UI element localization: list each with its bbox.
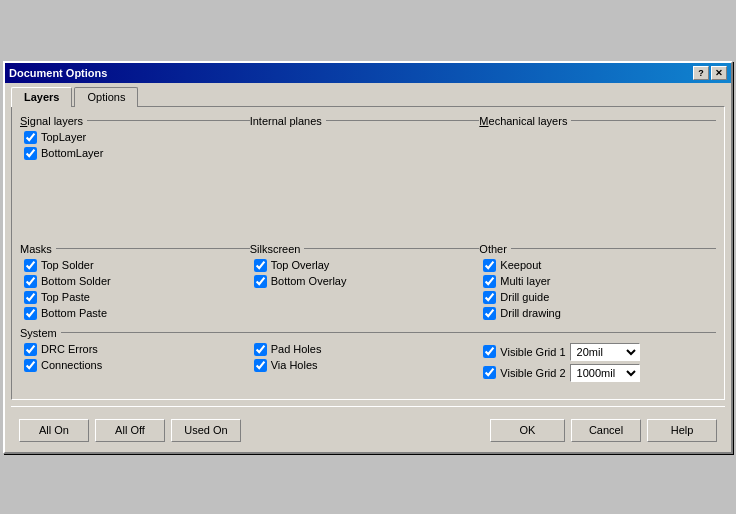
bottomlayer-checkbox[interactable] [24,147,37,160]
close-button[interactable]: ✕ [711,66,727,80]
visible-grid1-checkbox[interactable] [483,345,496,358]
keepout-label: Keepout [500,259,541,271]
top-solder-item: Top Solder [24,259,250,272]
system-col1: DRC Errors Connections [20,343,250,385]
internal-planes-section: Internal planes [250,115,480,235]
mechanical-layers-title: Mechanical layers [479,115,716,127]
title-bar-buttons: ? ✕ [693,66,727,80]
bottom-solder-label: Bottom Solder [41,275,111,287]
visible-grid1-label: Visible Grid 1 [500,346,565,358]
connections-checkbox[interactable] [24,359,37,372]
bottom-paste-checkbox[interactable] [24,307,37,320]
masks-title: Masks [20,243,250,255]
help-button[interactable]: ? [693,66,709,80]
system-section: System DRC Errors Connections [20,327,716,385]
keepout-checkbox[interactable] [483,259,496,272]
middle-sections-row: Masks Top Solder Bottom Solder Top Paste [20,243,716,323]
system-col3: Visible Grid 1 20mil 10mil 5mil 1mil [479,343,716,385]
visible-grid1-dropdown[interactable]: 20mil 10mil 5mil 1mil [570,343,640,361]
drillguide-label: Drill guide [500,291,549,303]
via-holes-checkbox[interactable] [254,359,267,372]
toplayer-item: TopLayer [24,131,250,144]
connections-item: Connections [24,359,250,372]
bottom-solder-checkbox[interactable] [24,275,37,288]
toplayer-label: TopLayer [41,131,86,143]
silkscreen-section: Silkscreen Top Overlay Bottom Overlay [250,243,480,323]
bottom-overlay-label: Bottom Overlay [271,275,347,287]
bottom-separator [11,406,725,407]
visible-grid2-dropdown[interactable]: 1000mil 500mil 100mil 50mil [570,364,640,382]
system-items: DRC Errors Connections Pad Holes [20,343,716,385]
ok-button[interactable]: OK [490,419,565,442]
top-overlay-label: Top Overlay [271,259,330,271]
tab-layers[interactable]: Layers [11,87,72,107]
all-off-button[interactable]: All Off [95,419,165,442]
main-content: Layers Options Signal layers TopLayer [5,83,731,452]
drilldrawing-checkbox[interactable] [483,307,496,320]
help-dialog-button[interactable]: Help [647,419,717,442]
pad-holes-checkbox[interactable] [254,343,267,356]
keepout-item: Keepout [483,259,716,272]
drc-errors-checkbox[interactable] [24,343,37,356]
pad-holes-item: Pad Holes [254,343,480,356]
visible-grid1-item: Visible Grid 1 20mil 10mil 5mil 1mil [483,343,716,361]
bottom-buttons: All On All Off Used On OK Cancel Help [11,413,725,446]
tab-bar: Layers Options [11,87,725,107]
system-row: System DRC Errors Connections [20,327,716,385]
multilayer-item: Multi layer [483,275,716,288]
drilldrawing-label: Drill drawing [500,307,561,319]
tab-layers-content: Signal layers TopLayer BottomLayer Inter… [11,106,725,400]
top-paste-label: Top Paste [41,291,90,303]
drc-errors-label: DRC Errors [41,343,98,355]
used-on-button[interactable]: Used On [171,419,241,442]
bottom-overlay-checkbox[interactable] [254,275,267,288]
bottom-overlay-item: Bottom Overlay [254,275,480,288]
toplayer-checkbox[interactable] [24,131,37,144]
top-paste-item: Top Paste [24,291,250,304]
bottomlayer-item: BottomLayer [24,147,250,160]
silkscreen-title: Silkscreen [250,243,480,255]
top-solder-label: Top Solder [41,259,94,271]
cancel-button[interactable]: Cancel [571,419,641,442]
top-paste-checkbox[interactable] [24,291,37,304]
tab-options[interactable]: Options [74,87,138,107]
multilayer-label: Multi layer [500,275,550,287]
all-on-button[interactable]: All On [19,419,89,442]
drillguide-item: Drill guide [483,291,716,304]
via-holes-item: Via Holes [254,359,480,372]
bottom-paste-label: Bottom Paste [41,307,107,319]
window-title: Document Options [9,67,107,79]
internal-planes-title: Internal planes [250,115,480,127]
bottom-paste-item: Bottom Paste [24,307,250,320]
drillguide-checkbox[interactable] [483,291,496,304]
top-sections-row: Signal layers TopLayer BottomLayer Inter… [20,115,716,235]
connections-label: Connections [41,359,102,371]
other-section: Other Keepout Multi layer Drill guide [479,243,716,323]
signal-layers-section: Signal layers TopLayer BottomLayer [20,115,250,235]
title-bar: Document Options ? ✕ [5,63,731,83]
drilldrawing-item: Drill drawing [483,307,716,320]
via-holes-label: Via Holes [271,359,318,371]
signal-layers-title: Signal layers [20,115,250,127]
system-title: System [20,327,716,339]
top-overlay-item: Top Overlay [254,259,480,272]
bottomlayer-label: BottomLayer [41,147,103,159]
top-solder-checkbox[interactable] [24,259,37,272]
system-col2: Pad Holes Via Holes [250,343,480,385]
bottom-solder-item: Bottom Solder [24,275,250,288]
pad-holes-label: Pad Holes [271,343,322,355]
drc-errors-item: DRC Errors [24,343,250,356]
visible-grid2-item: Visible Grid 2 1000mil 500mil 100mil 50m… [483,364,716,382]
other-title: Other [479,243,716,255]
multilayer-checkbox[interactable] [483,275,496,288]
visible-grid2-label: Visible Grid 2 [500,367,565,379]
masks-section: Masks Top Solder Bottom Solder Top Paste [20,243,250,323]
mechanical-layers-section: Mechanical layers [479,115,716,235]
top-overlay-checkbox[interactable] [254,259,267,272]
visible-grid2-checkbox[interactable] [483,366,496,379]
document-options-window: Document Options ? ✕ Layers Options Sign… [3,61,733,454]
